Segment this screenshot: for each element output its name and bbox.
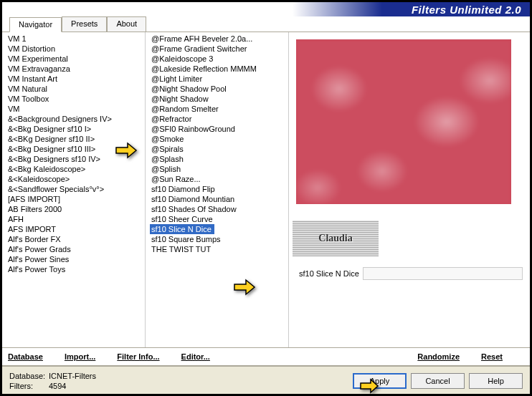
help-button[interactable]: Help [469, 373, 523, 389]
list-item[interactable]: VM Toolbox [6, 94, 145, 104]
list-item[interactable]: &<Background Designers IV> [6, 114, 145, 124]
list-item[interactable]: VM Instant Art [6, 74, 145, 84]
list-item[interactable]: AFS IMPORT [6, 224, 145, 234]
list-item[interactable]: AB Filters 2000 [6, 204, 145, 214]
list-item[interactable]: @Kaleidoscope 3 [150, 54, 288, 64]
cancel-button[interactable]: Cancel [411, 373, 465, 389]
list-item[interactable]: @SFI0 RainbowGround [150, 124, 288, 134]
list-item[interactable]: sf10 Slice N Dice [150, 224, 214, 234]
list-item[interactable]: &<Sandflower Specials°v°> [6, 184, 145, 194]
database-value: ICNET-Filters [49, 372, 96, 380]
list-item[interactable]: @Smoke [150, 134, 288, 144]
list-item[interactable]: @Light Limiter [150, 74, 288, 84]
list-item[interactable]: @Frame Gradient Switcher [150, 44, 288, 54]
watermark: Claudia [293, 221, 379, 256]
list-item[interactable]: &<Bkg Designer sf10 III> [6, 144, 145, 154]
filters-label: Filters: [9, 382, 49, 390]
list-item[interactable]: &<Bkg Designer sf10 I> [6, 124, 145, 134]
list-item[interactable]: &<Kaleidoscope> [6, 174, 145, 184]
filter-name-row: sf10 Slice N Dice [296, 267, 523, 280]
randomize-button[interactable]: Randomize [417, 352, 460, 361]
list-item[interactable]: VM Experimental [6, 54, 145, 64]
apply-button[interactable]: Apply [353, 373, 407, 389]
preview-panel: sf10 Slice N Dice [289, 32, 530, 347]
list-item[interactable]: @Night Shadow Pool [150, 84, 288, 94]
list-item[interactable]: [AFS IMPORT] [6, 194, 145, 204]
list-item[interactable]: @Lakeside Reflection MMMM [150, 64, 288, 74]
category-listbox[interactable]: VM 1VM DistortionVM ExperimentalVM Extra… [2, 32, 145, 347]
list-item[interactable]: @Frame AFH Beveler 2.0a... [150, 34, 288, 44]
list-item[interactable]: Alf's Power Grads [6, 244, 145, 254]
main-panel: VM 1VM DistortionVM ExperimentalVM Extra… [2, 32, 530, 347]
list-item[interactable]: @Random Smelter [150, 104, 288, 114]
filter-name-field [363, 267, 523, 280]
title-bar: Filters Unlimited 2.0 [2, 2, 530, 16]
list-item[interactable]: @Refractor [150, 114, 288, 124]
list-item[interactable]: @Night Shadow [150, 94, 288, 104]
list-item[interactable]: sf10 Diamond Flip [150, 184, 288, 194]
list-item[interactable]: Alf's Power Sines [6, 254, 145, 264]
list-item[interactable]: VM [6, 104, 145, 114]
filter-list-panel: @Frame AFH Beveler 2.0a...@Frame Gradien… [146, 32, 289, 347]
list-item[interactable]: VM Extravaganza [6, 64, 145, 74]
tab-about[interactable]: About [107, 16, 146, 32]
tab-presets[interactable]: Presets [62, 16, 107, 32]
toolbar-row: Database Import... Filter Info... Editor… [2, 347, 530, 366]
current-filter-name: sf10 Slice N Dice [296, 269, 359, 278]
tab-navigator[interactable]: Navigator [9, 17, 62, 32]
filter-info-button[interactable]: Filter Info... [117, 352, 159, 361]
list-item[interactable]: sf10 Shades Of Shadow [150, 204, 288, 214]
list-item[interactable]: @Spirals [150, 144, 288, 154]
tab-bar: Navigator Presets About [2, 16, 530, 32]
list-item[interactable]: Alf's Power Toys [6, 264, 145, 274]
list-item[interactable]: VM Distortion [6, 44, 145, 54]
preview-image [296, 39, 511, 204]
list-item[interactable]: THE TWIST TUT [150, 244, 288, 254]
list-item[interactable]: VM 1 [6, 34, 145, 44]
status-info: Database: ICNET-Filters Filters: 4594 [9, 372, 96, 390]
import-button[interactable]: Import... [65, 352, 95, 361]
list-item[interactable]: &<BKg Designer sf10 II> [6, 134, 145, 144]
editor-button[interactable]: Editor... [181, 352, 210, 361]
list-item[interactable]: @Splish [150, 164, 288, 174]
category-list-panel: VM 1VM DistortionVM ExperimentalVM Extra… [2, 32, 146, 347]
list-item[interactable]: Alf's Border FX [6, 234, 145, 244]
database-button[interactable]: Database [8, 352, 43, 361]
list-item[interactable]: &<Bkg Designers sf10 IV> [6, 154, 145, 164]
list-item[interactable]: &<Bkg Kaleidoscope> [6, 164, 145, 174]
preview-pattern [296, 39, 511, 204]
reset-button[interactable]: Reset [481, 352, 503, 361]
list-item[interactable]: AFH [6, 214, 145, 224]
status-bar: Database: ICNET-Filters Filters: 4594 Ap… [2, 367, 530, 395]
list-item[interactable]: @Splash [150, 154, 288, 164]
database-label: Database: [9, 372, 49, 380]
list-item[interactable]: sf10 Diamond Mountian [150, 194, 288, 204]
list-item[interactable]: VM Natural [6, 84, 145, 94]
list-item[interactable]: sf10 Square Bumps [150, 234, 288, 244]
filters-value: 4594 [49, 382, 66, 390]
filter-listbox[interactable]: @Frame AFH Beveler 2.0a...@Frame Gradien… [146, 32, 288, 347]
app-title: Filters Unlimited 2.0 [412, 4, 521, 16]
list-item[interactable]: @Sun Raze... [150, 174, 288, 184]
list-item[interactable]: sf10 Sheer Curve [150, 214, 288, 224]
